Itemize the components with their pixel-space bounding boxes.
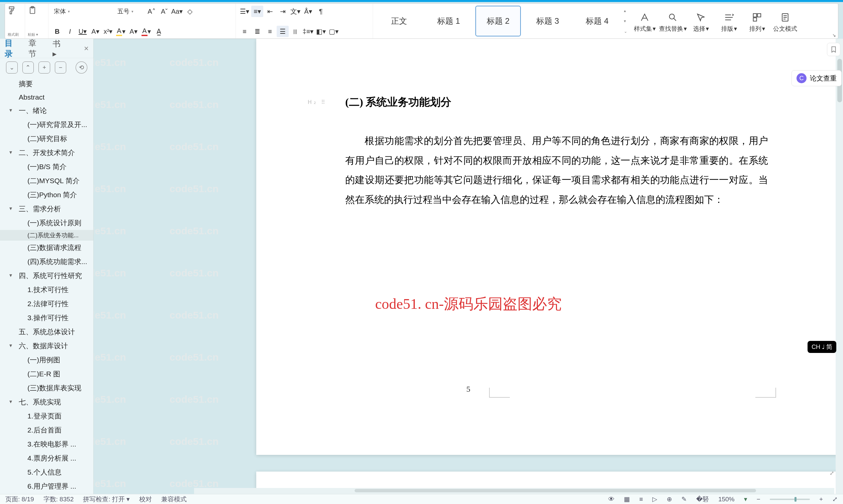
outline-item[interactable]: (三)数据库表实现 — [0, 381, 93, 395]
style-h4[interactable]: 标题 4 — [574, 6, 620, 36]
zoom-value[interactable]: 150% — [718, 496, 735, 503]
outline-item[interactable]: ▾七、系统实现 — [0, 395, 93, 409]
italic-button[interactable]: I — [64, 26, 76, 37]
outline-item[interactable]: 2.法律可行性 — [0, 297, 93, 311]
font-color-button[interactable]: A▾ — [89, 26, 101, 37]
grow-font-icon[interactable]: A˄ — [145, 6, 158, 17]
align-justify-button[interactable]: ☰ — [277, 26, 289, 37]
nav-add-icon[interactable]: + — [38, 61, 50, 73]
layout-button[interactable]: 排列▾ — [743, 4, 771, 38]
format-painter-icon[interactable] — [8, 6, 17, 15]
find-replace-button[interactable]: 查找替换▾ — [659, 4, 687, 38]
bullets-button[interactable]: ☰▾ — [239, 6, 251, 17]
document-canvas[interactable]: code51.cncode51.cncode51.cncode51.cncode… — [94, 39, 843, 494]
scrollbar-vertical[interactable] — [836, 39, 843, 494]
view-web-icon[interactable]: ⊕ — [667, 495, 672, 503]
shading-button[interactable]: ◧▾ — [315, 26, 327, 37]
style-expand-icon[interactable]: ⌄ — [624, 29, 627, 34]
style-h3[interactable]: 标题 3 — [525, 6, 570, 36]
outline-item[interactable]: 1.登录页面 — [0, 409, 93, 423]
outline-item[interactable]: (二)研究目标 — [0, 132, 93, 146]
outline-item[interactable]: (二)系统业务功能... — [0, 230, 93, 241]
paste-label[interactable]: 粘贴 — [28, 32, 35, 36]
outline-item[interactable]: 4.票房分析展 ... — [0, 451, 93, 465]
outline-item[interactable]: (一)用例图 — [0, 353, 93, 367]
scrollbar-horizontal[interactable] — [194, 488, 834, 494]
style-scroll-down-icon[interactable]: ▾ — [624, 19, 627, 23]
nav-expand-icon[interactable]: ⌃ — [22, 61, 34, 73]
outline-item[interactable]: 3.操作可行性 — [0, 311, 93, 325]
outline-item[interactable]: (二)E-R 图 — [0, 367, 93, 381]
outline-handle[interactable]: H₂ ⠿ — [308, 99, 327, 105]
outline-item[interactable]: (四)系统功能需求... — [0, 255, 93, 269]
nav-remove-icon[interactable]: − — [55, 61, 67, 73]
outline-item[interactable]: 五、系统总体设计 — [0, 325, 93, 339]
distribute-button[interactable]: ⫼ — [289, 26, 302, 37]
font-size-select[interactable]: 五号▾ — [115, 6, 145, 17]
gov-mode-button[interactable]: 公文模式 — [771, 4, 799, 38]
view-read-icon[interactable]: ▷ — [652, 495, 657, 503]
paste-icon[interactable] — [28, 6, 37, 15]
outline-item[interactable]: (二)MYSQL 简介 — [0, 174, 93, 188]
align-left-button[interactable]: ≡ — [239, 26, 251, 37]
outline-item[interactable]: ▾六、数据库设计 — [0, 339, 93, 353]
outline-item[interactable]: (三)数据请求流程 — [0, 241, 93, 255]
align-right-button[interactable]: ≡ — [264, 26, 276, 37]
select-button[interactable]: 选择▾ — [687, 4, 715, 38]
nav-close-button[interactable]: × — [84, 44, 89, 53]
status-proof[interactable]: 校对 — [139, 495, 152, 504]
numbering-button[interactable]: ≡▾ — [251, 6, 263, 17]
zoom-out-button[interactable]: − — [757, 496, 760, 503]
style-set-button[interactable]: 样式集▾ — [631, 4, 659, 38]
outline-tree[interactable]: 摘要Abstract▾一、绪论(一)研究背景及开...(二)研究目标▾二、开发技… — [0, 77, 93, 494]
text-effects-button[interactable]: A▾ — [127, 26, 139, 37]
outline-item[interactable]: 6.用户管理界 ... — [0, 479, 93, 493]
underline-button[interactable]: U▾ — [76, 26, 89, 37]
para-dialog-launcher-icon[interactable]: ↘ — [832, 33, 836, 38]
tab-toc[interactable]: 目录 — [5, 38, 19, 59]
show-marks-button[interactable]: ¶ — [315, 6, 327, 17]
fullscreen-icon[interactable]: ⤢ — [832, 495, 838, 503]
outline-item[interactable]: (一)B/S 简介 — [0, 160, 93, 174]
line-spacing-button[interactable]: ‡≡▾ — [302, 26, 314, 37]
font-color2-button[interactable]: A▾ — [140, 26, 152, 37]
align-center-button[interactable]: ≣ — [251, 26, 263, 37]
sort-button[interactable]: Å▾ — [302, 6, 314, 17]
zoom-in-button[interactable]: + — [819, 496, 823, 503]
view-draft-icon[interactable]: ✎ — [682, 495, 687, 503]
change-case-icon[interactable]: Aa▾ — [171, 6, 183, 17]
font-family-select[interactable]: 宋体▾ — [51, 6, 114, 17]
status-spell[interactable]: 拼写检查: 打开 ▾ — [83, 495, 130, 504]
highlight-button[interactable]: A▾ — [115, 26, 127, 37]
outline-item[interactable]: Abstract — [0, 91, 93, 104]
arrange-button[interactable]: 排版▾ — [715, 4, 743, 38]
outline-item[interactable]: (一)系统设计原则 — [0, 216, 93, 230]
format-painter-label[interactable]: 格式刷 — [8, 32, 22, 37]
resize-corner-icon[interactable]: ⤢ — [830, 470, 837, 477]
borders-button[interactable]: ▢▾ — [327, 26, 340, 37]
text-direction-button[interactable]: 文▾ — [289, 6, 302, 17]
outline-item[interactable]: ▾二、开发技术简介 — [0, 146, 93, 160]
outline-item[interactable]: 3.在映电影界 ... — [0, 437, 93, 451]
decrease-indent-button[interactable]: ⇤ — [264, 6, 276, 17]
outline-item[interactable]: ▾四、系统可行性研究 — [0, 269, 93, 283]
clear-format-icon[interactable]: ◇ — [184, 6, 196, 17]
style-scroll-up-icon[interactable]: ▴ — [624, 8, 627, 13]
outline-item[interactable]: (一)研究背景及开... — [0, 118, 93, 132]
superscript-button[interactable]: x²▾ — [102, 26, 114, 37]
outline-item[interactable]: 1.技术可行性 — [0, 283, 93, 297]
char-border-button[interactable]: A̲ — [153, 26, 165, 37]
view-print-icon[interactable]: ▦ — [624, 495, 630, 503]
plagiarism-check-button[interactable]: C论文查重 — [791, 70, 842, 86]
outline-item[interactable]: ▾三、需求分析 — [0, 202, 93, 216]
status-page[interactable]: 页面: 8/19 — [5, 495, 34, 504]
outline-item[interactable]: 2.后台首面 — [0, 423, 93, 437]
outline-item[interactable]: 摘要 — [0, 77, 93, 91]
ime-indicator[interactable]: CH ♩ 简 — [808, 341, 836, 353]
style-h2[interactable]: 标题 2 — [475, 6, 521, 36]
shrink-font-icon[interactable]: Aˇ — [158, 6, 170, 17]
status-words[interactable]: 字数: 8352 — [44, 495, 74, 504]
nav-collapse-icon[interactable]: ⌄ — [6, 61, 18, 73]
zoom-slider[interactable] — [770, 499, 810, 500]
style-h1[interactable]: 标题 1 — [426, 6, 471, 36]
